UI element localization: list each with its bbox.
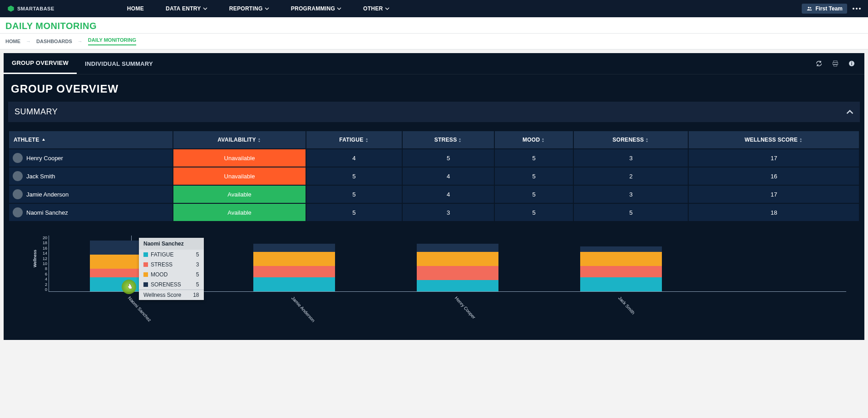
tooltip-row-value: 5 (187, 271, 199, 278)
nav-data-entry[interactable]: DATA ENTRY (166, 5, 207, 12)
people-icon (806, 5, 813, 12)
top-navbar: SMARTABASE HOME DATA ENTRY REPORTING PRO… (0, 0, 868, 17)
nav-home[interactable]: HOME (127, 5, 144, 12)
athlete-cell[interactable]: Jamie Anderson (9, 186, 173, 203)
fatigue-cell: 5 (306, 167, 402, 185)
more-menu-button[interactable] (853, 8, 861, 10)
sort-icon (541, 138, 545, 143)
nav-data-entry-label: DATA ENTRY (166, 5, 201, 12)
table-row[interactable]: Jack SmithUnavailable545216 (9, 167, 859, 185)
athlete-name: Naomi Sanchez (26, 209, 68, 216)
wellness-cell: 17 (689, 186, 859, 203)
tab-group-overview[interactable]: GROUP OVERVIEW (4, 53, 77, 74)
dashboard-tabs: GROUP OVERVIEW INDIVIDUAL SUMMARY (4, 53, 864, 74)
table-row[interactable]: Henry CooperUnavailable455317 (9, 149, 859, 167)
table-row[interactable]: Naomi SanchezAvailable535518 (9, 204, 859, 221)
chart-bar[interactable] (253, 244, 335, 291)
bar-segment-stress (580, 266, 662, 277)
table-row[interactable]: Jamie AndersonAvailable545317 (9, 186, 859, 203)
chart-bar[interactable] (417, 244, 498, 291)
wellness-cell: 16 (689, 167, 859, 185)
tooltip-total-value: 18 (184, 292, 199, 298)
athlete-cell[interactable]: Jack Smith (9, 167, 173, 185)
col-header-soreness[interactable]: SORENESS (574, 131, 688, 148)
sort-icon (257, 138, 261, 143)
athlete-name: Jack Smith (26, 173, 55, 180)
col-header-availability[interactable]: AVAILABILITY (173, 131, 306, 148)
mood-cell: 5 (495, 204, 573, 221)
summary-header[interactable]: SUMMARY (8, 102, 860, 122)
svg-point-8 (851, 62, 852, 63)
dashboard-panel: GROUP OVERVIEW INDIVIDUAL SUMMARY GROUP … (4, 53, 864, 340)
team-selector-button[interactable]: First Team (802, 4, 847, 14)
soreness-cell: 5 (574, 204, 688, 221)
col-lbl: STRESS (434, 137, 457, 143)
col-header-wellness[interactable]: WELLNESS SCORE (689, 131, 859, 148)
team-label: First Team (815, 5, 843, 12)
avatar (13, 171, 23, 181)
col-header-fatigue[interactable]: FATIGUE (306, 131, 402, 148)
legend-swatch (143, 252, 148, 257)
svg-rect-7 (851, 63, 852, 65)
sort-icon (365, 138, 369, 143)
bar-segment-stress (417, 266, 498, 280)
nav-programming[interactable]: PROGRAMMING (291, 5, 341, 12)
breadcrumb-current[interactable]: DAILY MONITORING (88, 37, 136, 45)
legend-swatch (143, 272, 148, 277)
info-icon[interactable] (848, 60, 855, 67)
athlete-cell[interactable]: Naomi Sanchez (9, 204, 173, 221)
sort-asc-icon (42, 138, 45, 142)
stress-cell: 3 (403, 204, 494, 221)
x-axis-label: Jamie Anderson (291, 295, 316, 323)
athlete-name: Henry Cooper (26, 155, 63, 162)
tooltip-row: FATIGUE5 (139, 250, 204, 260)
nav-other-label: OTHER (363, 5, 383, 12)
availability-cell: Unavailable (173, 149, 306, 167)
section-heading: GROUP OVERVIEW (4, 74, 864, 102)
chart-bar[interactable] (580, 246, 662, 291)
nav-reporting[interactable]: REPORTING (229, 5, 269, 12)
breadcrumb-dashboards[interactable]: DASHBOARDS (36, 39, 72, 44)
soreness-cell: 3 (574, 186, 688, 203)
chevron-down-icon (337, 6, 341, 11)
nav-other[interactable]: OTHER (363, 5, 390, 12)
bar-segment-mood (417, 252, 498, 266)
tooltip-row: STRESS3 (139, 260, 204, 270)
col-header-stress[interactable]: STRESS (403, 131, 494, 148)
y-axis-label: Wellness (33, 250, 37, 267)
breadcrumb-home[interactable]: HOME (5, 39, 20, 44)
breadcrumb: HOME → DASHBOARDS → DAILY MONITORING (0, 33, 868, 49)
mood-cell: 5 (495, 186, 573, 203)
y-tick: 16 (41, 246, 47, 251)
page-title: DAILY MONITORING (5, 21, 863, 31)
svg-rect-5 (834, 64, 837, 66)
legend-swatch (143, 262, 148, 267)
tooltip-row: MOOD5 (139, 270, 204, 280)
col-header-mood[interactable]: MOOD (495, 131, 573, 148)
tooltip-row-label: SORENESS (151, 281, 181, 288)
athlete-summary-table: ATHLETE AVAILABILITY FATIGUE STRESS MOOD… (8, 130, 860, 222)
athlete-cell[interactable]: Henry Cooper (9, 149, 173, 167)
soreness-cell: 3 (574, 149, 688, 167)
y-tick: 20 (41, 236, 47, 240)
x-axis-label: Jack Smith (617, 295, 636, 315)
wellness-stacked-bar-chart[interactable]: Wellness 20181614121086420 Naomi Sanchez… (13, 236, 855, 326)
sort-icon (458, 138, 462, 143)
col-header-athlete-label: ATHLETE (14, 137, 39, 143)
y-tick: 10 (41, 261, 47, 266)
brand[interactable]: SMARTABASE (7, 5, 54, 12)
mood-cell: 5 (495, 167, 573, 185)
col-header-athlete[interactable]: ATHLETE (9, 131, 173, 148)
availability-cell: Unavailable (173, 167, 306, 185)
y-tick: 18 (41, 241, 47, 245)
print-icon[interactable] (832, 60, 839, 67)
mood-cell: 5 (495, 149, 573, 167)
bar-segment-mood (253, 252, 335, 266)
tooltip-row: SORENESS5 (139, 280, 204, 290)
tab-individual-summary[interactable]: INDIVIDUAL SUMMARY (77, 54, 161, 74)
svg-rect-4 (833, 62, 838, 64)
stress-cell: 4 (403, 186, 494, 203)
collapse-icon[interactable] (846, 108, 853, 116)
breadcrumb-sep: → (26, 39, 31, 44)
refresh-icon[interactable] (815, 60, 823, 67)
